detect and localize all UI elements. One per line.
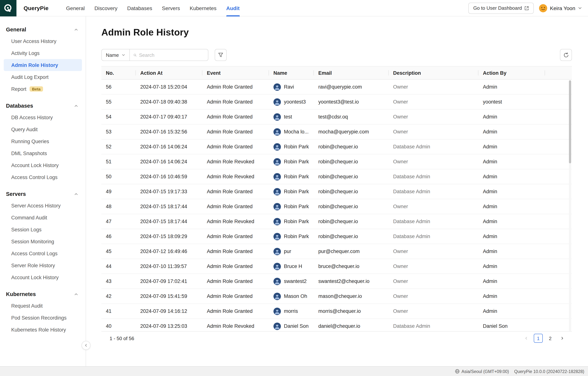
sidebar-item-session-logs[interactable]: Session Logs (4, 223, 82, 235)
sidebar-item-server-role-history[interactable]: Server Role History (4, 259, 82, 271)
sidebar-item-pod-session-recordings[interactable]: Pod Session Recordings (4, 312, 82, 324)
topnav-item-discovery[interactable]: Discovery (90, 0, 122, 16)
sidebar-item-account-lock-history[interactable]: Account Lock History (4, 159, 82, 171)
querypie-logo-icon (3, 3, 13, 13)
table-row[interactable]: 402024-07-09 13:25:03Admin Role RevokedD… (101, 319, 572, 331)
user-avatar-icon (273, 98, 281, 105)
page-number-1[interactable]: 1 (534, 334, 543, 343)
sidebar-group-label: Databases (6, 103, 33, 109)
table-row[interactable]: 502024-07-16 10:46:59Admin Role RevokedR… (101, 169, 572, 184)
sidebar-group-databases[interactable]: Databases (0, 100, 86, 111)
sidebar-item-report[interactable]: ReportBeta (4, 83, 82, 95)
cell-action-at: 2024-07-16 10:46:59 (136, 174, 202, 179)
sidebar: GeneralUser Access HistoryActivity LogsA… (0, 16, 86, 366)
cell-event: Admin Role Granted (202, 129, 269, 135)
search-field-select[interactable]: Name (101, 49, 130, 61)
sidebar-group-label: Servers (6, 191, 26, 197)
table-row[interactable]: 472024-07-15 18:17:44Admin Role RevokedR… (101, 214, 572, 229)
table-row[interactable]: 522024-07-16 14:06:24Admin Role GrantedR… (101, 139, 572, 154)
cell-email: robin@chequer.io (314, 144, 389, 149)
cell-name: Robin Park (269, 188, 314, 195)
sidebar-item-request-audit[interactable]: Request Audit (4, 300, 82, 312)
sidebar-item-query-audit[interactable]: Query Audit (4, 123, 82, 135)
cell-action-by: Admin (478, 84, 545, 90)
table-row[interactable]: 552024-07-18 09:40:38Admin Role Grantedy… (101, 94, 572, 110)
column-header-action-at[interactable]: Action At (136, 66, 202, 79)
table-row[interactable]: 542024-07-17 09:40:17Admin Role Grantedt… (101, 110, 572, 125)
user-avatar-icon (273, 188, 281, 195)
table-row[interactable]: 562024-07-18 15:20:04Admin Role GrantedR… (101, 80, 572, 94)
querypie-logo[interactable] (0, 0, 16, 16)
sidebar-item-db-access-history[interactable]: DB Access History (4, 111, 82, 123)
next-page-button[interactable] (558, 334, 567, 343)
column-header-no[interactable]: No. (101, 66, 136, 79)
sidebar-group-general[interactable]: General (0, 24, 86, 35)
sidebar-group-servers[interactable]: Servers (0, 188, 86, 199)
timezone-label: Asia/Seoul (GMT+09:00) (461, 369, 509, 374)
sidebar-item-audit-log-export[interactable]: Audit Log Export (4, 71, 82, 83)
sidebar-item-dml-snapshots[interactable]: DML Snapshots (4, 147, 82, 159)
sidebar-item-command-audit[interactable]: Command Audit (4, 211, 82, 223)
cell-description: Owner (389, 114, 478, 120)
sidebar-item-session-monitoring[interactable]: Session Monitoring (4, 235, 82, 247)
refresh-button[interactable] (560, 49, 572, 61)
sidebar-item-access-control-logs[interactable]: Access Control Logs (4, 247, 82, 259)
chevron-down-icon (121, 53, 125, 57)
sidebar-item-access-control-logs[interactable]: Access Control Logs (4, 171, 82, 183)
table-row[interactable]: 412024-07-09 14:16:12Admin Role Grantedm… (101, 304, 572, 319)
cell-action-by: Admin (478, 219, 545, 224)
sidebar-collapse-button[interactable] (82, 341, 91, 350)
cell-name-text: Robin Park (284, 189, 309, 194)
sidebar-item-admin-role-history[interactable]: Admin Role History (4, 59, 82, 71)
user-avatar-icon (273, 307, 281, 315)
topnav-item-audit[interactable]: Audit (221, 0, 245, 16)
cell-action-at: 2024-07-16 15:32:56 (136, 129, 202, 135)
previous-page-button[interactable] (522, 334, 531, 343)
topnav-item-general[interactable]: General (61, 0, 90, 16)
topnav-item-servers[interactable]: Servers (157, 0, 185, 16)
sidebar-item-account-lock-history[interactable]: Account Lock History (4, 271, 82, 283)
table-row[interactable]: 422024-07-09 15:41:59Admin Role GrantedM… (101, 289, 572, 304)
page-number-2[interactable]: 2 (546, 334, 555, 343)
cell-description: Owner (389, 263, 478, 269)
table-row[interactable]: 482024-07-15 18:17:44Admin Role GrantedR… (101, 199, 572, 214)
chevron-up-icon (74, 192, 78, 196)
topnav-item-databases[interactable]: Databases (122, 0, 157, 16)
table-row[interactable]: 462024-07-15 18:09:29Admin Role GrantedR… (101, 229, 572, 244)
column-header-description[interactable]: Description (389, 66, 478, 79)
filter-button[interactable] (214, 49, 226, 61)
sidebar-group-kubernetes[interactable]: Kubernetes (0, 289, 86, 300)
cell-name: yoontest3 (269, 98, 314, 105)
go-to-user-dashboard-button[interactable]: Go to User Dashboard (468, 2, 534, 14)
table-row[interactable]: 442024-07-10 11:39:57Admin Role GrantedB… (101, 259, 572, 274)
cell-name-text: Mason Oh (284, 293, 307, 299)
column-header-event[interactable]: Event (202, 66, 269, 79)
user-menu[interactable]: Keira Yoon (539, 4, 582, 12)
table-row[interactable]: 452024-07-12 16:49:46Admin Role Grantedp… (101, 244, 572, 259)
sidebar-item-kubernetes-role-history[interactable]: Kubernetes Role History (4, 324, 82, 336)
column-header-action-by[interactable]: Action By (478, 66, 545, 79)
column-header-name[interactable]: Name (269, 66, 314, 79)
sidebar-item-server-access-history[interactable]: Server Access History (4, 199, 82, 211)
table-row[interactable]: 512024-07-16 14:06:24Admin Role RevokedR… (101, 154, 572, 169)
cell-name-text: Robin Park (284, 174, 309, 179)
sidebar-item-user-access-history[interactable]: User Access History (4, 35, 82, 47)
topnav-item-kubernetes[interactable]: Kubernetes (185, 0, 221, 16)
sidebar-item-activity-logs[interactable]: Activity Logs (4, 47, 82, 59)
sidebar-item-running-queries[interactable]: Running Queries (4, 135, 82, 147)
sidebar-item-label: Request Audit (11, 303, 43, 309)
cell-email: ravi@querypie.com (314, 84, 389, 90)
search-input[interactable] (139, 52, 205, 58)
sidebar-item-label: User Access History (11, 38, 56, 44)
user-avatar-icon (273, 218, 281, 225)
cell-action-by: Admin (478, 204, 545, 209)
sidebar-group-label: General (6, 27, 26, 32)
table-row[interactable]: 492024-07-15 19:17:33Admin Role GrantedR… (101, 184, 572, 199)
column-header-email[interactable]: Email (314, 66, 389, 79)
table-row[interactable]: 532024-07-16 15:32:56Admin Role GrantedM… (101, 125, 572, 139)
cell-no: 48 (101, 204, 136, 209)
cell-name: Robin Park (269, 233, 314, 240)
table-row[interactable]: 432024-07-09 17:02:41Admin Role Granteds… (101, 274, 572, 289)
table-scrollbar-thumb[interactable] (569, 80, 571, 163)
cell-event: Admin Role Granted (202, 204, 269, 209)
